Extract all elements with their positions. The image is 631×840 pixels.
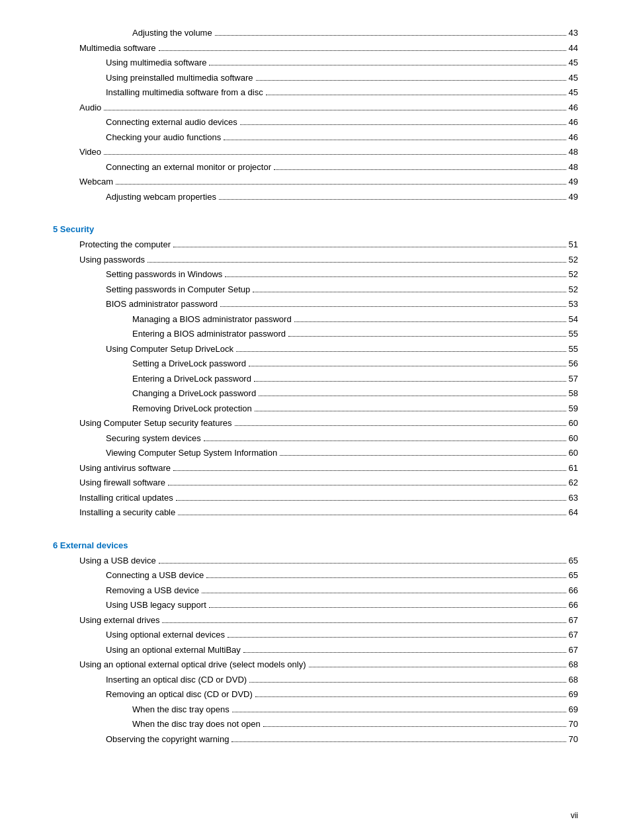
list-item: BIOS administrator password 53	[53, 298, 578, 311]
list-item: Removing a USB device 66	[53, 584, 578, 597]
list-item: Using firewall software 62	[53, 476, 578, 489]
toc-page: Adjusting the volume 43 Multimedia softw…	[53, 26, 578, 745]
toc-section-security: 5 Security Protecting the computer 51 Us…	[53, 224, 578, 519]
list-item: Using an optional external MultiBay 67	[53, 644, 578, 657]
list-item: Setting passwords in Computer Setup 52	[53, 283, 578, 296]
page-footer: vii	[571, 811, 578, 820]
list-item: Installing critical updates 63	[53, 491, 578, 505]
list-item: Using external drives 67	[53, 614, 578, 627]
list-item: Using an optional external optical drive…	[53, 658, 578, 671]
list-item: Connecting an external monitor or projec…	[53, 161, 578, 174]
list-item: Setting passwords in Windows 52	[53, 268, 578, 281]
list-item: Adjusting webcam properties 49	[53, 190, 578, 204]
list-item: Setting a DriveLock password 56	[53, 357, 578, 370]
list-item: Video 48	[53, 146, 578, 159]
list-item: Audio 46	[53, 101, 578, 114]
list-item: Using Computer Setup security features 6…	[53, 417, 578, 430]
list-item: Installing multimedia software from a di…	[53, 86, 578, 99]
list-item: Connecting external audio devices 46	[53, 116, 578, 129]
list-item: Viewing Computer Setup System Informatio…	[53, 446, 578, 460]
list-item: Connecting a USB device 65	[53, 569, 578, 582]
list-item: Entering a DriveLock password 57	[53, 372, 578, 386]
list-item: Using preinstalled multimedia software 4…	[53, 71, 578, 85]
list-item: Entering a BIOS administrator password 5…	[53, 327, 578, 341]
list-item: Using antivirus software 61	[53, 462, 578, 475]
list-item: Inserting an optical disc (CD or DVD) 68	[53, 673, 578, 687]
toc-section-external-devices: 6 External devices Using a USB device 65…	[53, 540, 578, 746]
list-item: Managing a BIOS administrator password 5…	[53, 313, 578, 326]
list-item: Removing DriveLock protection 59	[53, 402, 578, 415]
section-heading-external-devices: 6 External devices	[53, 540, 578, 550]
list-item: Protecting the computer 51	[53, 238, 578, 251]
list-item: Using multimedia software 45	[53, 56, 578, 69]
list-item: Webcam 49	[53, 175, 578, 189]
list-item: Checking your audio functions 46	[53, 131, 578, 144]
list-item: Using Computer Setup DriveLock 55	[53, 343, 578, 356]
list-item: Using passwords 52	[53, 253, 578, 267]
list-item: Using optional external devices 67	[53, 628, 578, 642]
list-item: Adjusting the volume 43	[53, 26, 578, 40]
page-number: vii	[571, 811, 578, 820]
list-item: Securing system devices 60	[53, 432, 578, 445]
list-item: Installing a security cable 64	[53, 506, 578, 519]
section-heading-security: 5 Security	[53, 224, 578, 234]
list-item: Using USB legacy support 66	[53, 599, 578, 612]
toc-section-continuation: Adjusting the volume 43 Multimedia softw…	[53, 26, 578, 203]
list-item: Removing an optical disc (CD or DVD) 69	[53, 688, 578, 701]
list-item: When the disc tray opens 69	[53, 703, 578, 716]
list-item: Changing a DriveLock password 58	[53, 387, 578, 400]
list-item: Multimedia software 44	[53, 42, 578, 55]
list-item: Observing the copyright warning 70	[53, 733, 578, 746]
list-item: When the disc tray does not open 70	[53, 718, 578, 731]
list-item: Using a USB device 65	[53, 554, 578, 567]
